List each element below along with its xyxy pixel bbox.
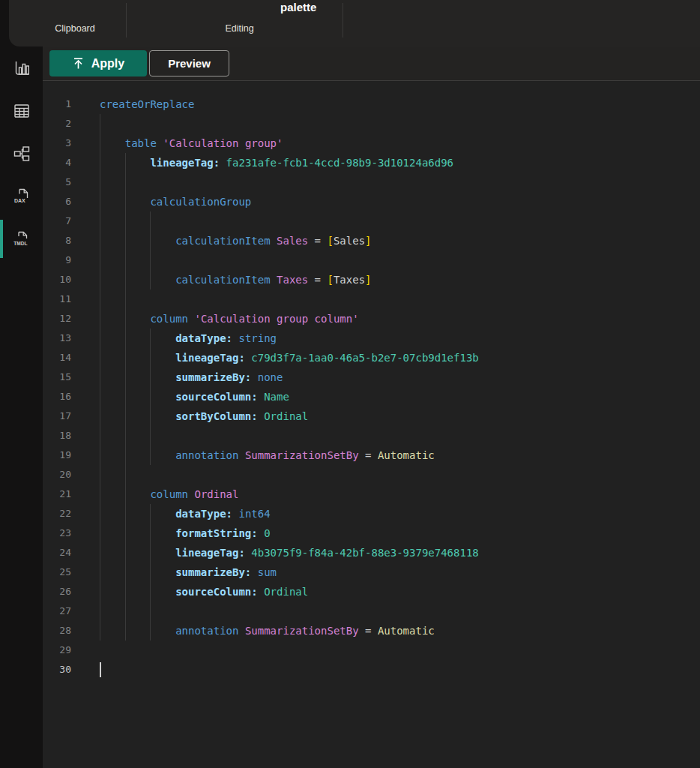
code-line[interactable]: 7 [43,212,700,231]
code-text: sourceColumn: Ordinal [100,582,308,602]
ribbon-group-editing: Editing [189,23,290,34]
code-line[interactable]: 30 [43,660,700,680]
code-line[interactable]: 11 [43,290,700,309]
code-line[interactable]: 16 sourceColumn: Name [43,387,700,406]
indent-guide [100,426,100,446]
tmdl-code-editor[interactable]: 1createOrReplace23 table 'Calculation gr… [43,81,700,680]
upload-arrow-icon [72,57,85,70]
code-text: lineageTag: 4b3075f9-f84a-42bf-88e3-9379… [100,543,479,562]
line-number: 29 [43,640,71,660]
code-text: column 'Calculation group column' [100,309,359,328]
sidebar-item-model-view[interactable] [0,132,43,175]
line-number: 13 [43,328,71,348]
indent-guide [125,465,126,484]
code-text: table 'Calculation group' [100,134,283,153]
line-number: 23 [43,524,71,543]
dax-document-icon: DAX [12,187,31,206]
line-number: 25 [43,562,71,582]
ribbon-divider [126,3,127,38]
code-line[interactable]: 15 summarizeBy: none [43,368,700,387]
sidebar-item-table-view[interactable] [0,89,43,132]
preview-button-label: Preview [168,57,211,70]
code-line[interactable]: 25 summarizeBy: sum [43,562,700,582]
indent-guide [100,114,100,134]
indent-guide [100,250,100,270]
indent-guide [125,250,126,270]
preview-button[interactable]: Preview [149,50,229,76]
code-line[interactable]: 27 [43,602,700,621]
line-number: 28 [43,621,71,640]
code-line[interactable]: 23 formatString: 0 [43,524,700,543]
bar-chart-icon [12,58,31,78]
line-number: 16 [43,387,71,406]
code-text: summarizeBy: sum [100,562,277,582]
code-line[interactable]: 10 calculationItem Taxes = [Taxes] [43,270,700,290]
tmdl-pane: Apply Preview 1createOrReplace23 table '… [43,46,700,768]
code-text: sortByColumn: Ordinal [100,406,308,426]
code-line[interactable]: 12 column 'Calculation group column' [43,309,700,328]
line-number: 15 [43,368,71,387]
svg-text:DAX: DAX [14,197,25,202]
line-number: 5 [43,172,71,192]
code-line[interactable]: 14 lineageTag: c79d3f7a-1aa0-46a5-b2e7-0… [43,348,700,368]
code-line[interactable]: 22 dataType: int64 [43,504,700,524]
code-line[interactable]: 18 [43,426,700,446]
line-number: 12 [43,309,71,328]
code-text: formatString: 0 [100,524,271,543]
code-line[interactable]: 2 [43,114,700,134]
code-line[interactable]: 28 annotation SummarizationSetBy = Autom… [43,621,700,640]
tmdl-document-icon: TMDL [12,230,31,249]
code-line[interactable]: 24 lineageTag: 4b3075f9-f84a-42bf-88e3-9… [43,543,700,562]
indent-guide [150,602,151,621]
line-number: 18 [43,426,71,446]
code-text: dataType: int64 [100,504,271,524]
text-cursor [100,662,101,677]
line-number: 30 [43,660,71,680]
code-text: summarizeBy: none [100,368,283,387]
code-line[interactable]: 26 sourceColumn: Ordinal [43,582,700,602]
code-line[interactable]: 3 table 'Calculation group' [43,134,700,153]
code-line[interactable]: 6 calculationGroup [43,192,700,212]
code-text: calculationGroup [100,192,251,212]
indent-guide [150,212,151,231]
code-text: dataType: string [100,328,277,348]
line-number: 6 [43,192,71,212]
code-line[interactable]: 29 [43,640,700,660]
code-text: lineageTag: fa231afe-fcb1-4ccd-98b9-3d10… [100,153,453,172]
indent-guide [125,212,126,231]
indent-guide [100,465,100,484]
code-line[interactable]: 21 column Ordinal [43,484,700,504]
code-text: annotation SummarizationSetBy = Automati… [100,446,435,465]
code-line[interactable]: 19 annotation SummarizationSetBy = Autom… [43,446,700,465]
line-number: 26 [43,582,71,602]
code-line[interactable]: 5 [43,172,700,192]
apply-button-label: Apply [91,57,124,70]
code-line[interactable]: 4 lineageTag: fa231afe-fcb1-4ccd-98b9-3d… [43,153,700,172]
active-view-indicator [0,220,3,258]
code-line[interactable]: 8 calculationItem Sales = [Sales] [43,231,700,250]
code-line[interactable]: 9 [43,250,700,270]
code-line[interactable]: 1createOrReplace [43,94,700,114]
line-number: 8 [43,231,71,250]
indent-guide [125,602,126,621]
code-line[interactable]: 13 dataType: string [43,328,700,348]
line-number: 14 [43,348,71,368]
code-text: sourceColumn: Name [100,387,289,406]
ribbon: palette Clipboard Editing [9,0,700,46]
sidebar-item-dax-query-view[interactable]: DAX [0,175,43,218]
code-text: lineageTag: c79d3f7a-1aa0-46a5-b2e7-07cb… [100,348,479,368]
sidebar-item-report-view[interactable] [0,46,43,89]
ribbon-divider [343,3,343,38]
code-line[interactable]: 17 sortByColumn: Ordinal [43,406,700,426]
code-line[interactable]: 20 [43,465,700,484]
sidebar-item-tmdl-view[interactable]: TMDL [0,218,43,260]
ribbon-overflow-button[interactable]: palette [280,1,340,14]
indent-guide [125,290,126,309]
line-number: 4 [43,153,71,172]
line-number: 17 [43,406,71,426]
indent-guide [125,426,126,446]
line-number: 3 [43,134,71,153]
model-diagram-icon [12,144,31,164]
line-number: 2 [43,114,71,134]
apply-button[interactable]: Apply [49,50,147,76]
